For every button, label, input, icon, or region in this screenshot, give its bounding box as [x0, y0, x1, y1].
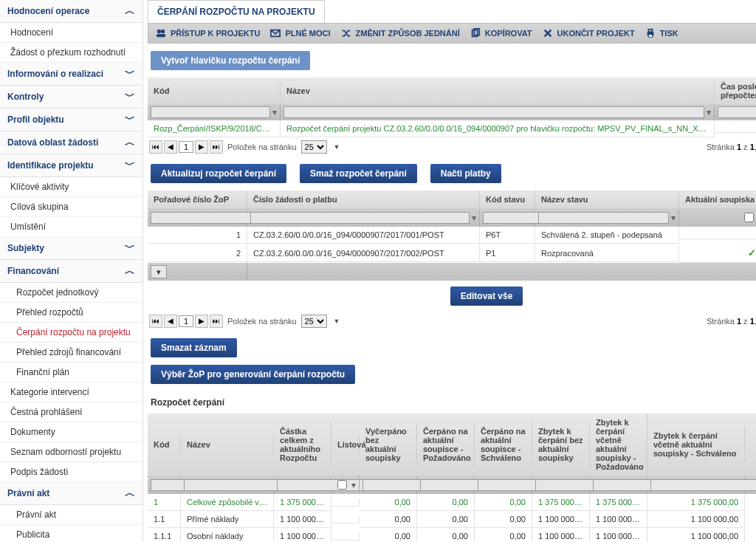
pager-page-input[interactable] — [179, 315, 193, 327]
filter-kod[interactable] — [151, 106, 270, 118]
col-cas[interactable]: Čas posledního přepočtení — [715, 78, 756, 104]
pager-first[interactable]: ⏮ — [149, 315, 162, 328]
select-zop-button[interactable]: Výběr ŽoP pro generování čerpání rozpočt… — [151, 365, 355, 384]
pager-last[interactable]: ⏭ — [210, 140, 223, 154]
grid2-row[interactable]: 1 CZ.03.2.60/0.0/0.0/16_094/0000907/2017… — [148, 227, 756, 244]
delete-record-button[interactable]: Smazat záznam — [151, 338, 237, 357]
cell-n: 2 — [148, 245, 247, 262]
col[interactable]: Zbytek k čerpání bez aktuální soupisky — [532, 422, 590, 467]
cell — [331, 532, 360, 541]
col[interactable]: Název — [181, 436, 274, 453]
cell-state: Schválená 2. stupeň - podepsaná — [535, 227, 679, 244]
grid2-row[interactable]: 2 CZ.03.2.60/0.0/0.0/16_094/0000907/2017… — [148, 244, 756, 263]
grid3-row[interactable]: 1Celkové způsobilé výdaje1 375 000,000,0… — [148, 494, 756, 511]
sidebar-item-prehled-rozpoctu[interactable]: Přehled rozpočtů — [0, 303, 142, 323]
filter-porad[interactable] — [151, 212, 257, 224]
sidebar-item-klicove-aktivity[interactable]: Klíčové aktivity — [0, 177, 142, 197]
sidebar-section-hodnoceni-operace[interactable]: Hodnocení operace ︿ — [0, 0, 142, 23]
pager-first[interactable]: ⏮ — [149, 140, 162, 154]
toolbar-print[interactable]: TISK — [645, 28, 678, 38]
cell: Osobní náklady — [181, 528, 274, 542]
toolbar-copy[interactable]: KOPÍROVAT — [470, 28, 532, 38]
col-soupiska[interactable]: Aktuální soupiska — [679, 191, 756, 208]
sidebar-item-financni-plan[interactable]: Finanční plán — [0, 363, 142, 383]
col[interactable]: Čerpáno na aktuální soupisce - Schváleno — [475, 422, 532, 467]
pager-next[interactable]: ▶ — [195, 140, 208, 154]
cell: 1 375 000,00 — [274, 494, 331, 511]
pager-prev[interactable]: ◀ — [164, 140, 177, 154]
sidebar-item-podpis-zadosti[interactable]: Podpis žádosti — [0, 462, 142, 482]
sidebar-item-zadost-prezkum[interactable]: Žádost o přezkum rozhodnutí — [0, 43, 142, 63]
grid3-row[interactable]: 1.1.1Osobní náklady1 100 000,000,000,000… — [148, 528, 756, 542]
col[interactable]: Čerpáno na aktuální soupisce - Požadován… — [417, 422, 475, 467]
col-cislo[interactable]: Číslo žádosti o platbu — [247, 191, 480, 208]
sidebar-section-profil-objektu[interactable]: Profil objektu ﹀ — [0, 109, 142, 131]
sidebar-item-dokumenty[interactable]: Dokumenty — [0, 422, 142, 442]
toolbar-label: TISK — [660, 29, 678, 38]
sidebar-item-cilova-skupina[interactable]: Cílová skupina — [0, 197, 142, 217]
col-kodstavu[interactable]: Kód stavu — [480, 191, 535, 208]
pager-page-input[interactable] — [179, 141, 193, 153]
col[interactable]: Částka celkem z aktuálního Rozpočtu — [274, 422, 331, 467]
sidebar-section-pravni-akt[interactable]: Právní akt ︿ — [0, 482, 142, 505]
col-kod[interactable]: Kód — [148, 82, 281, 100]
col[interactable]: Zbytek k čerpání včetně aktuální soupisk… — [647, 427, 745, 462]
filter-icon[interactable]: ▾ — [351, 480, 356, 490]
toolbar-access[interactable]: PŘÍSTUP K PROJEKTU — [156, 28, 260, 38]
sidebar-item-pravni-akt[interactable]: Právní akt — [0, 505, 142, 525]
toolbar-end[interactable]: UKONČIT PROJEKT — [543, 28, 635, 38]
sidebar-section-financovani[interactable]: Financování ︿ — [0, 260, 142, 283]
f-leaf[interactable] — [337, 480, 347, 490]
pager-next[interactable]: ▶ — [195, 315, 208, 328]
col-nazevstavu[interactable]: Název stavu — [535, 191, 679, 208]
page-size-select[interactable]: 25 — [301, 315, 327, 328]
sidebar-item-seznam-odbornosti[interactable]: Seznam odborností projektu — [0, 442, 142, 462]
filter-icon[interactable]: ▾ — [472, 213, 476, 223]
toolbar-poa[interactable]: PLNÉ MOCI — [270, 28, 330, 38]
sidebar-section-identifikace[interactable]: Identifikace projektu ﹀ — [0, 154, 142, 177]
filter-cislo[interactable] — [250, 212, 470, 224]
filter-soupiska-check[interactable] — [744, 213, 754, 222]
page-size-select[interactable]: 25 — [301, 140, 327, 154]
refresh-budget-button[interactable]: Aktualizuj rozpočet čerpání — [151, 164, 286, 183]
sidebar-item-umisteni[interactable]: Umístění — [0, 217, 142, 237]
col[interactable]: Vyčerpáno bez aktuální soupisky — [360, 422, 417, 467]
filter-cas[interactable] — [718, 106, 756, 118]
create-header-button[interactable]: Vytvoř hlavičku rozpočtu čerpání — [151, 51, 310, 70]
col-nazev[interactable]: Název — [281, 82, 715, 100]
sidebar-item-cerpani-rozpoctu[interactable]: Čerpání rozpočtu na projektu — [0, 323, 142, 343]
sidebar-item-cestna-prohlaseni[interactable]: Čestná prohlášení — [0, 402, 142, 422]
col[interactable]: Kód — [148, 436, 181, 453]
pager-prev[interactable]: ◀ — [164, 315, 177, 328]
sidebar-section-label: Subjekty — [7, 243, 44, 253]
filter-nazev[interactable] — [284, 106, 704, 118]
sidebar-section-informovani[interactable]: Informování o realizaci ﹀ — [0, 63, 142, 86]
edit-all-button[interactable]: Editovat vše — [450, 287, 523, 306]
f[interactable] — [650, 479, 756, 491]
col[interactable]: Zbytek k čerpání včetně aktuální soupisk… — [590, 414, 647, 476]
sidebar-section-kontroly[interactable]: Kontroly ﹀ — [0, 86, 142, 109]
sidebar-item-rozpocet-jednotkovy[interactable]: Rozpočet jednotkový — [0, 283, 142, 303]
grid3-row[interactable]: 1.1Přímé náklady1 100 000,000,000,000,00… — [148, 511, 756, 528]
toolbar-change[interactable]: ZMĚNIT ZPŮSOB JEDNÁNÍ — [341, 28, 460, 38]
filter-icon[interactable]: ▾ — [671, 213, 676, 223]
filter-nazevstavu[interactable] — [538, 212, 669, 224]
dropdown-arrow-icon[interactable]: ▾ — [151, 265, 167, 278]
sidebar-section-subjekty[interactable]: Subjekty ﹀ — [0, 237, 142, 260]
sidebar-item-publicita[interactable]: Publicita — [0, 525, 142, 542]
sidebar-item-hodnoceni[interactable]: Hodnocení — [0, 23, 142, 43]
col-porad[interactable]: Pořadové číslo ŽoP — [148, 191, 247, 208]
filter-icon[interactable]: ▾ — [272, 107, 277, 117]
sidebar-item-prehled-zdroju[interactable]: Přehled zdrojů financování — [0, 343, 142, 363]
sidebar-section-datova-oblast[interactable]: Datová oblast žádosti ︿ — [0, 131, 142, 154]
pager-last[interactable]: ⏭ — [210, 315, 223, 328]
grid2-footer-dd: ▾ — [148, 263, 756, 281]
filter-icon[interactable]: ▾ — [707, 107, 711, 117]
grid2-filter: ▾ ▾ ▾ ▾ ▾ — [148, 208, 756, 227]
load-payments-button[interactable]: Načti platby — [430, 164, 501, 183]
col[interactable]: Listová — [331, 436, 360, 453]
sidebar-item-kategorie-intervenci[interactable]: Kategorie intervencí — [0, 383, 142, 402]
grid1-row[interactable]: Rozp_Čerpání/ISKP/9/2018/CZ.03... Rozpoč… — [148, 120, 756, 137]
cell: 1 — [148, 494, 181, 511]
delete-budget-button[interactable]: Smaž rozpočet čerpání — [300, 164, 417, 183]
